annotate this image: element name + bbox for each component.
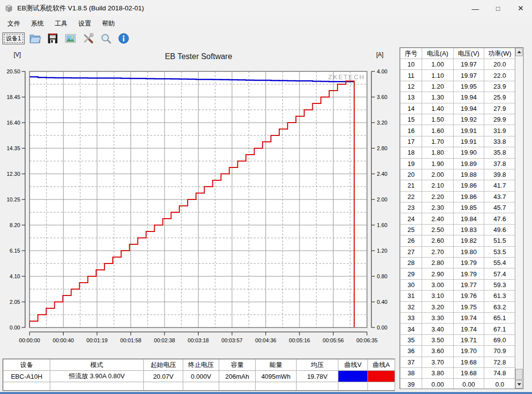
svg-text:14.35: 14.35: [6, 145, 20, 151]
svg-text:6.15: 6.15: [10, 248, 20, 254]
svg-text:0.00: 0.00: [377, 325, 387, 330]
menu-item-2[interactable]: 系统: [26, 17, 49, 31]
summary-value: 19.78V: [297, 371, 338, 382]
table-row[interactable]: 252.5019.8349.6: [400, 224, 516, 235]
svg-text:0.40: 0.40: [377, 299, 387, 305]
right-axis-unit: [A]: [376, 51, 384, 58]
table-row[interactable]: 131.3019.9425.9: [400, 92, 516, 103]
table-row[interactable]: 161.6019.9131.9: [400, 125, 516, 136]
save-floppy-icon: [47, 33, 59, 44]
summary-panel: 设备模式起始电压终止电压容量能量均压曲线V曲线A EBC-A10H恒流放 3.9…: [2, 359, 395, 391]
svg-text:18.45: 18.45: [6, 94, 20, 100]
summary-header: 均压: [297, 360, 338, 371]
table-row[interactable]: 303.0019.7759.3: [400, 279, 516, 290]
table-row[interactable]: 292.9019.7957.4: [400, 268, 516, 279]
table-row[interactable]: 191.9019.8937.8: [400, 158, 516, 169]
table-row[interactable]: 262.6019.8251.5: [400, 235, 516, 246]
summary-value: EBC-A10H: [3, 371, 50, 382]
samples-table-panel: 序号电流(A)电压(V)功率(W) 101.0019.9720.0111.101…: [399, 47, 524, 389]
svg-text:12.30: 12.30: [6, 171, 20, 177]
table-row[interactable]: 141.4019.9427.9: [400, 103, 516, 114]
export-image-button[interactable]: [63, 32, 78, 45]
summary-header: 容量: [219, 360, 256, 371]
table-row[interactable]: 353.5019.7169.0: [400, 334, 516, 345]
column-header[interactable]: 电压(V): [454, 48, 484, 59]
close-icon: ✕: [518, 4, 524, 13]
table-row[interactable]: 282.8019.7955.4: [400, 258, 516, 268]
table-row[interactable]: 383.8019.6874.8: [400, 367, 516, 378]
device-tab[interactable]: 设备1: [2, 33, 25, 44]
summary-header: 起始电压: [144, 360, 183, 371]
close-button[interactable]: ✕: [509, 0, 532, 17]
table-row[interactable]: 272.7019.8053.5: [400, 246, 516, 257]
svg-text:2.80: 2.80: [377, 145, 387, 151]
summary-header: 模式: [50, 360, 144, 371]
svg-text:4.00: 4.00: [377, 68, 387, 74]
zoom-button[interactable]: [99, 32, 113, 45]
table-scrollbar[interactable]: [515, 48, 523, 389]
magnifier-icon: [100, 33, 112, 44]
table-row[interactable]: 181.8019.9035.8: [400, 147, 516, 158]
table-row[interactable]: 313.1019.7661.3: [400, 291, 516, 301]
menu-item-1[interactable]: 文件: [2, 17, 26, 31]
table-row[interactable]: 373.7019.6872.8: [400, 357, 516, 367]
menu-item-4[interactable]: 设置: [73, 17, 97, 31]
summary-value: 恒流放 3.90A 0.80V: [50, 371, 144, 382]
table-row[interactable]: 121.2019.9523.9: [400, 81, 516, 92]
menu-item-5[interactable]: 帮助: [97, 17, 120, 31]
app-icon: [4, 4, 13, 13]
table-row[interactable]: 171.7019.9133.8: [400, 136, 516, 147]
maximize-icon: □: [496, 5, 500, 12]
summary-value-row: EBC-A10H恒流放 3.90A 0.80V20.07V0.000V206mA…: [3, 371, 395, 382]
svg-text:3.60: 3.60: [377, 94, 387, 100]
table-row[interactable]: 333.3019.7465.1: [400, 312, 516, 323]
save-button[interactable]: [45, 32, 60, 45]
table-row[interactable]: 323.2019.7563.2: [400, 301, 516, 312]
left-axis-unit: [V]: [14, 51, 21, 58]
scrollbar-thumb[interactable]: [515, 369, 523, 380]
summary-value: 4095mWh: [256, 371, 297, 382]
column-header[interactable]: 序号: [400, 48, 422, 59]
open-file-button[interactable]: [28, 32, 42, 45]
scroll-down-button[interactable]: [515, 380, 523, 389]
table-row[interactable]: 212.1019.8641.7: [400, 180, 516, 191]
table-row[interactable]: 232.3019.8545.7: [400, 202, 516, 213]
table-row[interactable]: 101.0019.9720.0: [400, 59, 516, 70]
summary-value: 20.07V: [144, 371, 183, 382]
summary-table: 设备模式起始电压终止电压容量能量均压曲线V曲线A EBC-A10H恒流放 3.9…: [3, 359, 395, 391]
minimize-button[interactable]: —: [464, 0, 487, 17]
watermark: ZKETECH: [328, 73, 365, 81]
maximize-button[interactable]: □: [487, 0, 509, 17]
about-button[interactable]: [116, 32, 131, 45]
window-bottom-border: [0, 392, 532, 394]
table-row[interactable]: 343.4019.7467.1: [400, 324, 516, 334]
samples-table-header: 序号电流(A)电压(V)功率(W): [400, 48, 516, 59]
table-row[interactable]: 242.4019.8447.6: [400, 213, 516, 224]
table-row[interactable]: 363.6019.7070.9: [400, 346, 516, 357]
svg-text:10.25: 10.25: [6, 197, 20, 202]
table-row[interactable]: 222.2019.8643.7: [400, 191, 516, 202]
summary-value: 206mAh: [219, 371, 256, 382]
svg-text:00:06:35: 00:06:35: [357, 337, 378, 343]
svg-text:00:01:19: 00:01:19: [87, 337, 108, 343]
table-row[interactable]: 202.0019.8839.8: [400, 169, 516, 180]
svg-text:8.20: 8.20: [10, 222, 20, 228]
svg-text:00:01:58: 00:01:58: [120, 337, 141, 343]
column-header[interactable]: 电流(A): [422, 48, 454, 59]
open-folder-icon: [29, 33, 41, 44]
scroll-up-button[interactable]: [515, 48, 523, 56]
menu-item-3[interactable]: 工具: [49, 17, 73, 31]
info-icon: [118, 33, 130, 44]
tools-button[interactable]: [81, 32, 96, 45]
image-icon: [65, 33, 76, 44]
table-row[interactable]: 111.1019.9722.0: [400, 70, 516, 81]
column-header[interactable]: 功率(W): [484, 48, 516, 59]
minimize-icon: —: [472, 4, 479, 13]
table-row[interactable]: 151.5019.9229.9: [400, 114, 516, 125]
summary-empty-row: [3, 382, 395, 391]
summary-header: 曲线V: [338, 360, 368, 371]
arrow-up-icon: [517, 51, 521, 53]
arrow-down-icon: [517, 383, 521, 386]
table-row[interactable]: 390.000.000.0: [400, 379, 516, 389]
menu-bar: 文件系统工具设置帮助: [0, 17, 532, 31]
